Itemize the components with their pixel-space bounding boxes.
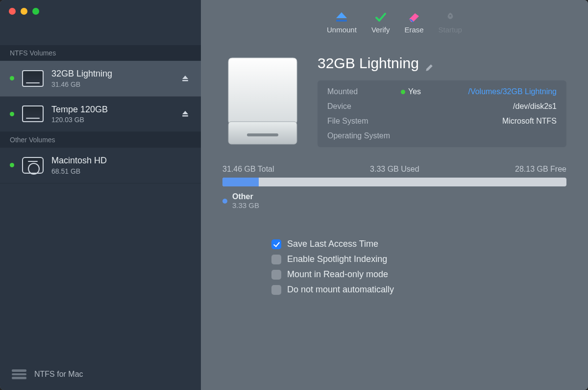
usage-free: 28.13 GB Free: [515, 165, 566, 174]
status-dot-icon: [10, 76, 14, 80]
eject-button[interactable]: [179, 73, 191, 84]
app-logo-icon: [12, 369, 26, 379]
volume-title: 32GB Lightning: [318, 55, 419, 72]
info-fs-value: Microsoft NTFS: [435, 117, 557, 126]
checkbox-icon: [271, 270, 281, 280]
svg-rect-0: [182, 80, 188, 81]
option-no-auto-mount[interactable]: Do not mount automatically: [271, 285, 566, 295]
app-name: NTFS for Mac: [34, 370, 83, 379]
status-dot-icon: [10, 163, 14, 167]
info-os-label: Operating System: [327, 131, 401, 140]
pencil-icon: [425, 63, 434, 72]
minimize-window-button[interactable]: [21, 8, 27, 15]
usage-bar-fill: [222, 178, 259, 186]
rename-button[interactable]: [425, 59, 434, 68]
window-titlebar: [0, 0, 201, 45]
usage-used: 3.33 GB Used: [370, 165, 419, 174]
volume-name: 32GB Lightning: [51, 69, 172, 79]
sidebar-volume-32gb-lightning[interactable]: 32GB Lightning 31.46 GB: [0, 61, 201, 97]
info-device-label: Device: [327, 102, 401, 111]
eraser-icon: [408, 12, 420, 23]
toolbar-label: Unmount: [327, 26, 357, 34]
info-mounted-label: Mounted: [327, 87, 401, 96]
checkbox-icon: [271, 255, 281, 264]
sidebar-section-other: Other Volumes: [0, 132, 201, 148]
svg-rect-5: [247, 133, 278, 136]
option-label: Do not mount automatically: [287, 285, 394, 295]
eject-icon: [335, 12, 348, 23]
volume-title-row: 32GB Lightning: [318, 55, 566, 72]
status-dot-icon: [10, 112, 14, 116]
option-label: Enable Spotlight Indexing: [287, 254, 387, 264]
checkbox-icon: [271, 239, 281, 249]
info-mounted-path[interactable]: /Volumes/32GB Lightning: [435, 87, 557, 96]
volume-name: Tempe 120GB: [51, 104, 172, 115]
toolbar-label: Erase: [404, 26, 423, 34]
verify-button[interactable]: Verify: [371, 12, 390, 34]
toolbar: Unmount Verify Erase Startup: [201, 0, 588, 45]
toolbar-label: Verify: [371, 26, 390, 34]
eject-button[interactable]: [179, 108, 191, 120]
volume-info-panel: Mounted Yes /Volumes/32GB Lightning Devi…: [318, 80, 566, 147]
sidebar-volume-macintosh-hd[interactable]: Macintosh HD 68.51 GB: [0, 148, 201, 183]
svg-rect-4: [228, 122, 297, 144]
volume-size: 120.03 GB: [51, 116, 172, 124]
volume-options: Save Last Access Time Enable Spotlight I…: [222, 239, 566, 295]
legend-name: Other: [232, 192, 259, 201]
option-save-access-time[interactable]: Save Last Access Time: [271, 239, 566, 249]
svg-rect-2: [336, 20, 347, 22]
sidebar: NTFS Volumes 32GB Lightning 31.46 GB Tem…: [0, 0, 201, 390]
eject-icon: [181, 110, 189, 118]
rocket-icon: [444, 12, 457, 23]
fullscreen-window-button[interactable]: [32, 8, 39, 15]
status-dot-icon: [401, 90, 405, 94]
option-label: Save Last Access Time: [287, 239, 378, 249]
toolbar-label: Startup: [439, 26, 462, 34]
sidebar-footer: NTFS for Mac: [0, 359, 201, 390]
info-fs-label: File System: [327, 117, 401, 126]
legend-dot-icon: [222, 199, 227, 204]
legend-size: 3.33 GB: [232, 201, 259, 209]
option-readonly-mode[interactable]: Mount in Read-only mode: [271, 269, 566, 280]
close-window-button[interactable]: [9, 8, 16, 15]
svg-rect-1: [182, 115, 188, 117]
external-drive-icon: [22, 105, 44, 122]
internal-drive-icon: [22, 157, 44, 174]
volume-size: 68.51 GB: [51, 167, 191, 175]
checkbox-icon: [271, 285, 281, 295]
option-label: Mount in Read-only mode: [287, 269, 388, 280]
option-spotlight-indexing[interactable]: Enable Spotlight Indexing: [271, 254, 566, 264]
svg-point-3: [449, 15, 451, 17]
sidebar-section-ntfs: NTFS Volumes: [0, 45, 201, 61]
usage-total: 31.46 GB Total: [222, 165, 274, 174]
sidebar-volume-tempe-120gb[interactable]: Tempe 120GB 120.03 GB: [0, 97, 201, 132]
erase-button[interactable]: Erase: [404, 12, 423, 34]
external-drive-icon: [22, 70, 44, 87]
volume-hero-icon: [222, 52, 303, 150]
usage-section: 31.46 GB Total 3.33 GB Used 28.13 GB Fre…: [222, 165, 566, 209]
volume-name: Macintosh HD: [51, 156, 191, 166]
app-window: NTFS Volumes 32GB Lightning 31.46 GB Tem…: [0, 0, 588, 390]
usage-legend: Other 3.33 GB: [222, 192, 566, 209]
info-mounted-value: Yes: [401, 87, 435, 96]
unmount-button[interactable]: Unmount: [327, 12, 357, 34]
main-panel: Unmount Verify Erase Startup: [201, 0, 588, 390]
checkmark-icon: [374, 12, 387, 23]
info-device-value: /dev/disk2s1: [435, 102, 557, 111]
volume-size: 31.46 GB: [51, 80, 172, 88]
content-area: 32GB Lightning Mounted Yes /Volumes/32GB…: [201, 45, 588, 295]
startup-button: Startup: [439, 12, 462, 34]
usage-bar: [222, 178, 566, 186]
eject-icon: [181, 75, 189, 82]
